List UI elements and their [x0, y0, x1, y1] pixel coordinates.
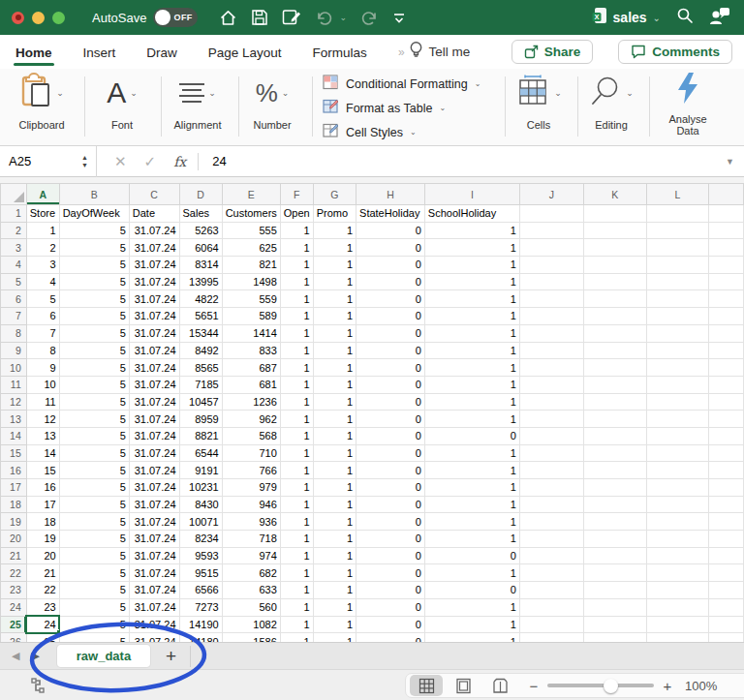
cell[interactable]: 31.07.24: [129, 547, 179, 564]
cell[interactable]: DayOfWeek: [59, 205, 129, 223]
cell[interactable]: 1: [280, 359, 313, 377]
cell[interactable]: 1082: [222, 616, 280, 633]
cell[interactable]: [583, 222, 646, 239]
cell[interactable]: 1: [313, 616, 356, 633]
cell[interactable]: 0: [356, 376, 425, 393]
cell[interactable]: 13: [26, 427, 59, 444]
cell[interactable]: Date: [129, 205, 179, 223]
cell[interactable]: [583, 564, 646, 582]
cell[interactable]: 7185: [179, 376, 222, 393]
cell[interactable]: 589: [222, 308, 280, 325]
cell[interactable]: 0: [356, 479, 425, 497]
cell[interactable]: 1: [280, 427, 313, 444]
cell[interactable]: 1: [313, 290, 356, 308]
number-group[interactable]: % ⌄ Number: [240, 69, 304, 145]
page-layout-view-button[interactable]: [447, 675, 480, 696]
editing-group[interactable]: ⌄ Editing: [581, 69, 641, 145]
cell[interactable]: [583, 531, 646, 548]
cell[interactable]: 10457: [179, 393, 222, 411]
cell[interactable]: [646, 513, 708, 531]
column-header-partial[interactable]: [708, 184, 743, 205]
cell[interactable]: 6544: [179, 444, 222, 462]
tab-draw[interactable]: Draw: [146, 38, 177, 66]
cell[interactable]: 1: [424, 342, 519, 359]
cell[interactable]: [646, 598, 708, 616]
cell[interactable]: 31.07.24: [129, 324, 179, 342]
insert-function-icon[interactable]: fx: [173, 154, 186, 169]
cell[interactable]: 5: [59, 444, 129, 462]
cell[interactable]: [519, 444, 583, 462]
cell[interactable]: [583, 273, 646, 290]
cell[interactable]: 1: [280, 564, 313, 582]
row-header-15[interactable]: 15: [1, 444, 27, 462]
cell[interactable]: 1: [313, 598, 356, 616]
cell[interactable]: 718: [222, 531, 280, 548]
cell[interactable]: [583, 376, 646, 393]
name-box-spinner[interactable]: ▲▼: [81, 154, 88, 168]
cell[interactable]: 0: [424, 547, 519, 564]
cell[interactable]: 18: [26, 513, 59, 531]
tab-home[interactable]: Home: [16, 38, 52, 66]
cell[interactable]: Sales: [179, 205, 222, 223]
cell[interactable]: 8430: [179, 496, 222, 513]
cell[interactable]: 0: [356, 616, 425, 633]
cell[interactable]: 31.07.24: [129, 479, 179, 497]
cell[interactable]: 31.07.24: [129, 462, 179, 479]
cell[interactable]: [646, 411, 708, 428]
cell[interactable]: 1: [280, 308, 313, 325]
cell[interactable]: 5: [59, 393, 129, 411]
cell[interactable]: 555: [222, 222, 280, 239]
cell[interactable]: 1: [280, 616, 313, 633]
cell[interactable]: 1: [280, 324, 313, 342]
cell[interactable]: [646, 427, 708, 444]
cell[interactable]: [646, 205, 708, 223]
cell[interactable]: [708, 359, 743, 377]
cell[interactable]: [519, 393, 583, 411]
row-header-2[interactable]: 2: [1, 222, 27, 239]
cell[interactable]: [708, 342, 743, 359]
cell[interactable]: 5: [59, 427, 129, 444]
cell[interactable]: [646, 342, 708, 359]
cell[interactable]: [708, 273, 743, 290]
column-header-F[interactable]: F: [280, 184, 313, 205]
cell[interactable]: 31.07.24: [129, 308, 179, 325]
cell[interactable]: 1: [313, 308, 356, 325]
cell[interactable]: 681: [222, 376, 280, 393]
cell[interactable]: [519, 616, 583, 633]
cell[interactable]: [646, 496, 708, 513]
cell[interactable]: 5: [59, 257, 129, 274]
cell[interactable]: [646, 393, 708, 411]
row-header-22[interactable]: 22: [1, 564, 27, 582]
cell[interactable]: [583, 427, 646, 444]
cell[interactable]: 10: [26, 376, 59, 393]
cell[interactable]: 0: [356, 393, 425, 411]
row-header-12[interactable]: 12: [1, 393, 27, 411]
cell[interactable]: [646, 359, 708, 377]
macro-record-icon[interactable]: [29, 677, 46, 698]
cell[interactable]: 1: [424, 531, 519, 548]
select-all-corner[interactable]: [1, 184, 27, 205]
cell[interactable]: 568: [222, 427, 280, 444]
row-header-17[interactable]: 17: [1, 479, 27, 497]
cell[interactable]: [708, 547, 743, 564]
tab-insert[interactable]: Insert: [83, 38, 116, 66]
cell[interactable]: [519, 411, 583, 428]
column-header-H[interactable]: H: [356, 184, 425, 205]
confirm-entry-icon[interactable]: ✓: [144, 153, 157, 170]
cell[interactable]: 1: [424, 393, 519, 411]
cell[interactable]: [583, 513, 646, 531]
cell[interactable]: Open: [280, 205, 313, 223]
cell[interactable]: 833: [222, 342, 280, 359]
cell[interactable]: 31.07.24: [129, 257, 179, 274]
cell[interactable]: 962: [222, 411, 280, 428]
cell[interactable]: [708, 324, 743, 342]
cell[interactable]: Promo: [313, 205, 356, 223]
cell[interactable]: 5: [59, 359, 129, 377]
cell[interactable]: [646, 376, 708, 393]
cell[interactable]: 31.07.24: [129, 513, 179, 531]
cell[interactable]: 0: [356, 547, 425, 564]
font-group[interactable]: A ⌄ Font: [89, 69, 155, 145]
cell[interactable]: [583, 342, 646, 359]
cell[interactable]: [646, 616, 708, 633]
cell[interactable]: [583, 393, 646, 411]
